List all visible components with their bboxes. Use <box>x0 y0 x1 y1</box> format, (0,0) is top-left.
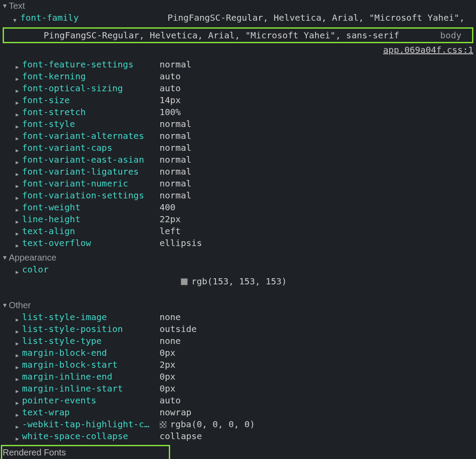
prop-row[interactable]: ▶margin-inline-start0px <box>0 383 476 395</box>
group-label: Appearance <box>9 252 56 264</box>
prop-value: auto <box>160 395 181 407</box>
prop-value: 400 <box>160 202 175 213</box>
prop-name: pointer-events <box>14 395 160 407</box>
prop-row[interactable]: ▶font-stretch100% <box>0 106 476 118</box>
prop-row[interactable]: ▶text-alignleft <box>0 225 476 237</box>
prop-row[interactable]: ▶text-wrapnowrap <box>0 407 476 418</box>
prop-value: 22px <box>160 213 181 225</box>
chevron-right-icon: ▶ <box>14 240 20 252</box>
prop-name: margin-block-end <box>14 347 160 359</box>
prop-row[interactable]: ▶line-height22px <box>0 213 476 225</box>
color-swatch-icon[interactable] <box>160 421 167 428</box>
prop-name: font-size <box>14 94 160 106</box>
prop-value: rgb(153, 153, 153) <box>160 264 287 299</box>
prop-name: text-align <box>14 225 160 237</box>
prop-name: font-variant-caps <box>14 142 160 154</box>
group-label: Text <box>9 0 25 12</box>
prop-value: outside <box>160 323 197 335</box>
cascade-entry-highlighted[interactable]: PingFangSC-Regular, Helvetica, Arial, "M… <box>3 27 473 43</box>
prop-value: auto <box>160 71 181 82</box>
prop-name: font-stretch <box>14 106 160 118</box>
prop-name: text-overflow <box>14 237 160 249</box>
prop-value: none <box>160 335 181 347</box>
chevron-right-icon: ▶ <box>14 433 20 445</box>
prop-value: normal <box>160 166 191 178</box>
prop-row[interactable]: ▶font-variant-ligaturesnormal <box>0 166 476 178</box>
chevron-down-icon: ▼ <box>2 252 8 264</box>
prop-row[interactable]: ▶list-style-typenone <box>0 335 476 347</box>
prop-value: normal <box>160 154 191 166</box>
prop-value: normal <box>160 130 191 142</box>
prop-name: font-variant-east-asian <box>14 154 160 166</box>
prop-value: 14px <box>160 94 181 106</box>
prop-row[interactable]: ▶list-style-positionoutside <box>0 323 476 335</box>
prop-value: 0px <box>160 347 175 359</box>
prop-value: ellipsis <box>160 237 202 249</box>
prop-row[interactable]: ▶font-optical-sizingauto <box>0 82 476 94</box>
prop-value: 0px <box>160 383 175 395</box>
prop-row[interactable]: ▶font-stylenormal <box>0 118 476 130</box>
prop-name: font-family <box>20 12 167 24</box>
prop-value: normal <box>160 190 191 202</box>
prop-name: list-style-type <box>14 335 160 347</box>
prop-row[interactable]: ▶font-size14px <box>0 94 476 106</box>
group-other[interactable]: ▼ Other <box>0 299 476 311</box>
prop-row-font-family[interactable]: ▼ font-family PingFangSC-Regular, Helvet… <box>0 12 476 26</box>
prop-name: text-wrap <box>14 407 160 418</box>
prop-row[interactable]: ▶list-style-imagenone <box>0 311 476 323</box>
prop-name: color <box>14 264 160 276</box>
color-swatch-icon[interactable] <box>181 278 188 285</box>
prop-name: list-style-image <box>14 311 160 323</box>
group-text[interactable]: ▼ Text <box>0 0 476 12</box>
chevron-down-icon: ▼ <box>13 12 20 26</box>
group-label: Other <box>9 299 31 311</box>
rendered-fonts-title: Rendered Fonts <box>0 445 476 459</box>
prop-row[interactable]: ▶text-overflowellipsis <box>0 237 476 249</box>
chevron-down-icon: ▼ <box>2 0 8 12</box>
prop-row[interactable]: ▶pointer-eventsauto <box>0 395 476 407</box>
prop-row[interactable]: ▶font-variant-alternatesnormal <box>0 130 476 142</box>
prop-row[interactable]: ▶font-variation-settingsnormal <box>0 190 476 202</box>
cascade-value: PingFangSC-Regular, Helvetica, Arial, "M… <box>4 30 433 41</box>
prop-name: white-space-collapse <box>14 430 160 442</box>
prop-name: margin-inline-end <box>14 371 160 383</box>
prop-row[interactable]: ▶font-kerningauto <box>0 71 476 82</box>
source-link-text: app.069a04f.css:1 <box>383 44 473 56</box>
prop-name: font-variant-ligatures <box>14 166 160 178</box>
chevron-right-icon: ▶ <box>14 266 20 278</box>
prop-value: rgba(0, 0, 0, 0) <box>160 418 255 430</box>
prop-value: normal <box>160 142 191 154</box>
prop-name: font-weight <box>14 202 160 213</box>
prop-value: none <box>160 311 181 323</box>
prop-value: 2px <box>160 359 175 371</box>
prop-row-color[interactable]: ▶ color rgb(153, 153, 153) <box>0 264 476 299</box>
prop-name: -webkit-tap-highlight-c… <box>14 418 160 430</box>
prop-row[interactable]: ▶font-feature-settingsnormal <box>0 59 476 71</box>
prop-name: margin-inline-start <box>14 383 160 395</box>
cascade-selector: body <box>433 30 472 41</box>
source-link[interactable]: app.069a04f.css:1 <box>0 44 476 56</box>
prop-value: 0px <box>160 371 175 383</box>
prop-value: 100% <box>160 106 181 118</box>
prop-value: left <box>160 225 181 237</box>
prop-row[interactable]: ▶margin-inline-end0px <box>0 371 476 383</box>
prop-name: font-variant-alternates <box>14 130 160 142</box>
prop-name: font-kerning <box>14 71 160 82</box>
prop-name: font-style <box>14 118 160 130</box>
prop-row[interactable]: ▶white-space-collapsecollapse <box>0 430 476 442</box>
prop-name: font-feature-settings <box>14 59 160 71</box>
prop-row[interactable]: ▶font-variant-numericnormal <box>0 178 476 190</box>
prop-name: font-variant-numeric <box>14 178 160 190</box>
prop-row[interactable]: ▶font-variant-east-asiannormal <box>0 154 476 166</box>
prop-name: margin-block-start <box>14 359 160 371</box>
group-appearance[interactable]: ▼ Appearance <box>0 252 476 264</box>
prop-row[interactable]: ▶margin-block-end0px <box>0 347 476 359</box>
prop-name: line-height <box>14 213 160 225</box>
prop-row[interactable]: ▶font-weight400 <box>0 202 476 213</box>
prop-row[interactable]: ▶margin-block-start2px <box>0 359 476 371</box>
prop-name: font-variation-settings <box>14 190 160 202</box>
prop-value: normal <box>160 178 191 190</box>
prop-name: list-style-position <box>14 323 160 335</box>
prop-row[interactable]: ▶-webkit-tap-highlight-c…rgba(0, 0, 0, 0… <box>0 418 476 430</box>
prop-row[interactable]: ▶font-variant-capsnormal <box>0 142 476 154</box>
